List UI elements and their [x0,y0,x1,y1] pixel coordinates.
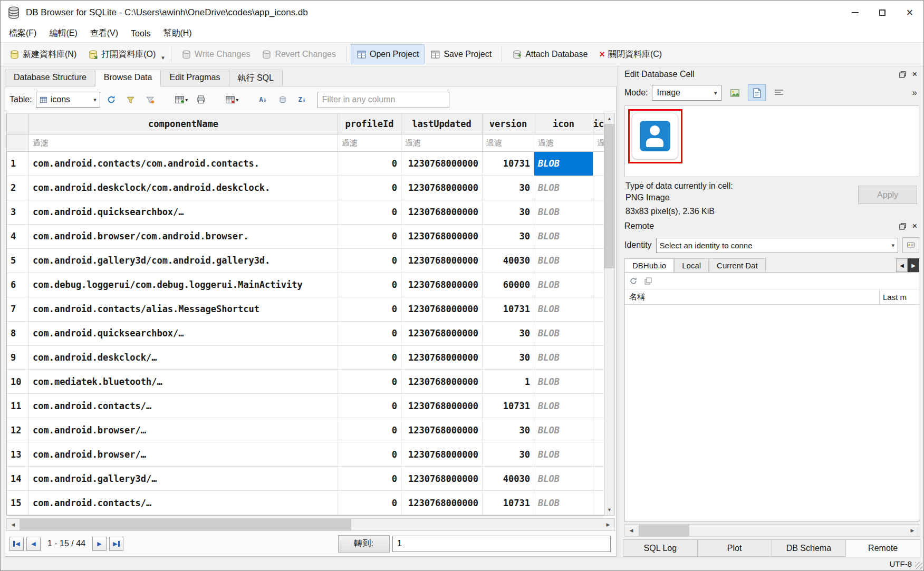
menu-item[interactable]: 幫助(H) [157,25,198,42]
column-header-componentname[interactable]: componentName [29,113,338,134]
write-changes-button[interactable]: Write Changes [176,44,256,64]
cell-lastupdated[interactable]: 1230768000000 [401,442,483,466]
preview-image[interactable] [632,113,678,159]
close-database-button[interactable]: × 關閉資料庫(C) [593,44,668,64]
remote-tab[interactable]: Local [674,258,709,272]
scroll-right-button[interactable]: ▶ [602,519,614,530]
column-header-overflow[interactable]: ic [593,113,604,134]
row-number[interactable]: 7 [7,297,29,321]
cell-overflow[interactable] [593,297,604,321]
cell-profileid[interactable]: 0 [338,346,401,370]
row-number[interactable]: 13 [7,442,29,466]
cell-profileid[interactable]: 0 [338,442,401,466]
refresh-button[interactable] [103,91,120,108]
next-page-button[interactable]: ▶ [92,537,107,551]
cell-lastupdated[interactable]: 1230768000000 [401,176,483,200]
cell-overflow[interactable] [593,225,604,248]
cell-overflow[interactable] [593,176,604,200]
filter-overflow[interactable]: 過濾 [593,134,604,151]
apply-button[interactable]: Apply [858,186,917,204]
clear-filters-button[interactable] [122,91,139,108]
vertical-scroll-track[interactable] [604,268,614,505]
cell-icon-blob[interactable]: BLOB [534,273,593,297]
row-number[interactable]: 12 [7,418,29,442]
remote-name-header[interactable]: 名稱 [625,289,880,304]
cell-overflow[interactable] [593,370,604,393]
remote-clone-button[interactable] [644,277,652,285]
cell-componentname[interactable]: com.mediatek.bluetooth/… [29,370,338,393]
close-dock-button[interactable]: × [912,221,917,231]
filter-version[interactable]: 過濾 [483,134,534,151]
row-number[interactable]: 9 [7,346,29,370]
cell-profileid[interactable]: 0 [338,297,401,321]
cell-componentname[interactable]: com.android.quicksearchbox/… [29,200,338,224]
cell-version[interactable]: 30 [483,176,534,200]
cell-overflow[interactable] [593,346,604,370]
cell-lastupdated[interactable]: 1230768000000 [401,273,483,297]
table-select[interactable]: icons ▾ [36,92,100,108]
cell-overflow[interactable] [593,249,604,273]
cell-icon-blob[interactable]: BLOB [534,418,593,442]
cell-version[interactable]: 30 [483,442,534,466]
cell-version[interactable]: 10731 [483,152,534,176]
main-tab[interactable]: 執行 SQL [229,70,283,86]
cell-version[interactable]: 40030 [483,467,534,490]
new-record-button[interactable]: ▾ [173,91,190,108]
cell-version[interactable]: 60000 [483,273,534,297]
overflow-chevron-button[interactable]: » [912,88,919,98]
row-number[interactable]: 11 [7,394,29,418]
row-number[interactable]: 8 [7,322,29,345]
close-button[interactable]: × [896,1,923,25]
horizontal-scroll-track[interactable] [20,519,602,530]
cell-overflow[interactable] [593,200,604,224]
scroll-down-button[interactable]: ▼ [604,505,614,515]
remote-refresh-button[interactable] [629,277,638,285]
cell-overflow[interactable] [593,467,604,490]
column-header-icon[interactable]: icon [534,113,593,134]
cell-version[interactable]: 30 [483,346,534,370]
cell-overflow[interactable] [593,418,604,442]
filter-profileid[interactable]: 過濾 [338,134,401,151]
identity-select[interactable]: Select an identity to conne ▾ [656,238,898,253]
cell-icon-blob[interactable]: BLOB [534,467,593,490]
cell-lastupdated[interactable]: 1230768000000 [401,249,483,273]
menu-item[interactable]: Tools [124,26,157,41]
cell-icon-blob[interactable]: BLOB [534,370,593,393]
row-number[interactable]: 2 [7,176,29,200]
cell-componentname[interactable]: com.android.gallery3d/… [29,467,338,490]
mode-select[interactable]: Image ▾ [652,85,721,101]
cell-lastupdated[interactable]: 1230768000000 [401,418,483,442]
cell-version[interactable]: 10731 [483,491,534,515]
maximize-button[interactable] [869,1,896,25]
cell-icon-blob[interactable]: BLOB [534,200,593,224]
cell-overflow[interactable] [593,491,604,515]
cell-profileid[interactable]: 0 [338,491,401,515]
cell-componentname[interactable]: com.android.browser/… [29,418,338,442]
vertical-scroll-thumb[interactable] [604,124,614,268]
dock-tab[interactable]: SQL Log [623,539,698,557]
remote-scroll-thumb[interactable] [639,525,689,536]
cell-icon-blob[interactable]: BLOB [534,491,593,515]
tab-scroll-right-button[interactable]: ▶ [908,258,919,272]
encoding-label[interactable]: UTF-8 [890,559,912,568]
cell-componentname[interactable]: com.android.quicksearchbox/… [29,322,338,345]
attach-database-button[interactable]: Attach Database [506,44,593,64]
cell-componentname[interactable]: com.debug.loggerui/com.debug.loggerui.Ma… [29,273,338,297]
row-number[interactable]: 5 [7,249,29,273]
cell-profileid[interactable]: 0 [338,394,401,418]
main-tab[interactable]: Edit Pragmas [160,70,229,86]
cell-version[interactable]: 30 [483,225,534,248]
cell-profileid[interactable]: 0 [338,322,401,345]
cell-componentname[interactable]: com.android.contacts/alias.MessageShortc… [29,297,338,321]
cell-profileid[interactable]: 0 [338,418,401,442]
column-header-version[interactable]: version [483,113,534,134]
cell-icon-blob[interactable]: BLOB [534,225,593,248]
goto-button[interactable]: 轉到: [338,535,390,553]
cell-overflow[interactable] [593,394,604,418]
cell-lastupdated[interactable]: 1230768000000 [401,152,483,176]
save-project-button[interactable]: Save Project [425,44,497,64]
cell-profileid[interactable]: 0 [338,370,401,393]
dock-tab[interactable]: Remote [845,539,920,557]
cell-lastupdated[interactable]: 1230768000000 [401,346,483,370]
cell-version[interactable]: 1 [483,370,534,393]
